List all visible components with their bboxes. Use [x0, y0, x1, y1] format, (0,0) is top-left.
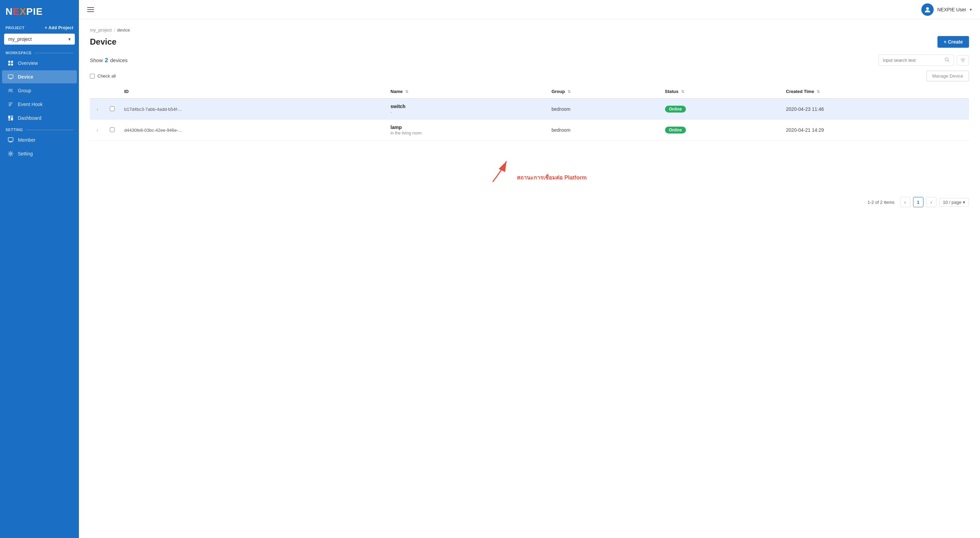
- sidebar-item-label: Dashboard: [18, 115, 41, 121]
- svg-point-7: [11, 89, 13, 91]
- breadcrumb: my_project / device: [90, 27, 969, 33]
- show-label: Show: [90, 57, 103, 63]
- breadcrumb-project[interactable]: my_project: [90, 27, 112, 33]
- search-filter-area: [878, 54, 969, 66]
- table-body: › b17d4bc3-7abb-4add-b54f-... switch - b…: [90, 99, 969, 141]
- sidebar-item-label: Device: [18, 74, 33, 80]
- sidebar: NEXPIE PROJECT + Add Project my_project …: [0, 0, 79, 538]
- row-name-cell: switch -: [386, 99, 547, 120]
- page-prev-button[interactable]: ‹: [900, 197, 910, 207]
- add-project-link[interactable]: + Add Project: [45, 25, 73, 30]
- table-row: › d4430fe8-03bc-42ee-946e-... lamp in th…: [90, 120, 969, 141]
- svg-rect-8: [8, 116, 10, 119]
- create-button[interactable]: + Create: [937, 36, 969, 48]
- user-dropdown-arrow[interactable]: ▾: [970, 7, 972, 12]
- row-expand[interactable]: ›: [90, 99, 105, 120]
- setting-section-label: SETTING: [0, 125, 79, 133]
- check-all-row: Check all Manage Device: [90, 71, 969, 81]
- row-status: Online: [660, 120, 781, 141]
- main-content: NEXPIE User ▾ my_project / device Device…: [79, 0, 980, 538]
- annotation-text: สถานะการเชื่อมต่อ Platform: [517, 173, 586, 182]
- device-count: 2: [105, 57, 108, 64]
- th-name: Name ⇅: [386, 85, 547, 99]
- row-checkbox[interactable]: [110, 107, 115, 111]
- row-checkbox[interactable]: [110, 127, 115, 132]
- svg-point-6: [9, 89, 11, 91]
- filter-button[interactable]: [957, 55, 969, 65]
- page-title: Device: [90, 37, 116, 47]
- search-input[interactable]: [883, 58, 942, 63]
- row-check[interactable]: [105, 99, 119, 120]
- check-all-checkbox[interactable]: [90, 74, 95, 79]
- sidebar-item-label: Group: [18, 88, 31, 93]
- topbar-right: NEXPIE User ▾: [921, 3, 972, 16]
- table-row: › b17d4bc3-7abb-4add-b54f-... switch - b…: [90, 99, 969, 120]
- sidebar-item-device[interactable]: Device: [2, 70, 77, 83]
- content-area: my_project / device Device + Create Show…: [79, 19, 980, 538]
- show-count: Show 2 devices: [90, 57, 128, 64]
- annotation-area: สถานะการเชื่อมต่อ Platform: [90, 148, 969, 189]
- sidebar-item-label: Overview: [18, 60, 38, 66]
- device-table: ID Name ⇅ Group ⇅ Status ⇅ Created Time …: [90, 85, 969, 141]
- svg-rect-12: [8, 138, 13, 142]
- search-box: [878, 54, 954, 66]
- page-next-button[interactable]: ›: [926, 197, 936, 207]
- svg-point-13: [10, 153, 12, 155]
- project-name: my_project: [8, 37, 32, 42]
- page-header: Device + Create: [90, 36, 969, 48]
- th-created-time: Created Time ⇅: [781, 85, 969, 99]
- sidebar-item-label: Event Hook: [18, 102, 43, 107]
- per-page-selector[interactable]: 10 / page ▾: [939, 198, 969, 207]
- breadcrumb-current: device: [117, 27, 130, 33]
- th-id: ID: [119, 85, 386, 99]
- row-name-cell: lamp in the living room: [386, 120, 547, 141]
- sidebar-item-label: Setting: [18, 151, 33, 156]
- toolbar: Show 2 devices: [90, 54, 969, 66]
- member-icon: [8, 137, 14, 143]
- devices-label: devices: [110, 57, 128, 63]
- sidebar-item-setting[interactable]: Setting: [2, 147, 77, 160]
- row-group: bedroom: [547, 120, 660, 141]
- status-badge: Online: [665, 106, 686, 113]
- sidebar-item-dashboard[interactable]: Dashboard: [2, 111, 77, 124]
- sidebar-item-overview[interactable]: Overview: [2, 57, 77, 70]
- manage-device-button[interactable]: Manage Device: [926, 71, 969, 81]
- page-1-button[interactable]: 1: [913, 197, 923, 207]
- per-page-label: 10 / page: [943, 200, 961, 205]
- dashboard-icon: [8, 115, 14, 121]
- gear-icon: [8, 151, 14, 157]
- svg-rect-10: [8, 119, 10, 121]
- svg-rect-5: [10, 79, 12, 79]
- project-section-header: PROJECT + Add Project: [0, 22, 79, 32]
- workspace-section-label: WORKSPACE: [0, 48, 79, 56]
- topbar: NEXPIE User ▾: [79, 0, 980, 19]
- logo-text: NEXPIE: [5, 6, 43, 17]
- check-all-left: Check all: [90, 73, 116, 79]
- device-icon: [8, 74, 14, 80]
- sidebar-item-group[interactable]: Group: [2, 84, 77, 97]
- sidebar-item-member[interactable]: Member: [2, 134, 77, 146]
- th-group: Group ⇅: [547, 85, 660, 99]
- svg-point-14: [926, 7, 929, 10]
- hook-icon: [8, 101, 14, 107]
- row-group: bedroom: [547, 99, 660, 120]
- row-device-name: lamp: [390, 124, 402, 130]
- menu-toggle-button[interactable]: [87, 7, 94, 12]
- th-expand: [90, 85, 105, 99]
- th-status: Status ⇅: [660, 85, 781, 99]
- user-avatar: [921, 3, 934, 16]
- row-expand[interactable]: ›: [90, 120, 105, 141]
- row-id: b17d4bc3-7abb-4add-b54f-...: [119, 99, 386, 120]
- search-icon[interactable]: [945, 57, 950, 63]
- device-table-wrap: ID Name ⇅ Group ⇅ Status ⇅ Created Time …: [90, 85, 969, 141]
- th-check: [105, 85, 119, 99]
- annotation-arrow: [472, 158, 513, 185]
- project-selector[interactable]: my_project ▾: [4, 33, 75, 45]
- breadcrumb-separator: /: [114, 27, 115, 33]
- row-created-time: 2020-04-21 14:29: [781, 120, 969, 141]
- row-check[interactable]: [105, 120, 119, 141]
- sidebar-item-label: Member: [18, 137, 35, 143]
- svg-rect-4: [8, 75, 13, 78]
- sidebar-item-eventhook[interactable]: Event Hook: [2, 98, 77, 111]
- check-all-label: Check all: [97, 73, 116, 79]
